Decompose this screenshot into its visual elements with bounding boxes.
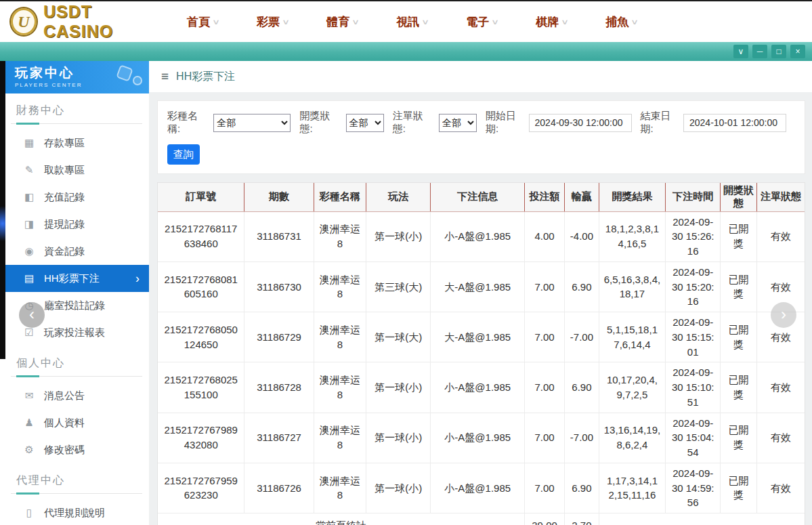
nav-item-electronic[interactable]: 電子 ∨	[466, 14, 498, 30]
table-row: 2152172767959623230 31186726 澳洲幸运8 第一球(小…	[158, 463, 805, 513]
cell-bet-info: 小-A盤@1.985	[431, 362, 524, 413]
sidebar-subtitle: PLAYERS CENTER	[15, 82, 149, 88]
nav-item-fishing[interactable]: 捕魚 ∨	[605, 14, 637, 30]
site-logo[interactable]: U USDT CASINO	[0, 2, 161, 41]
maximize-button[interactable]: □	[771, 45, 786, 58]
logo-emblem-icon: U	[9, 7, 38, 37]
nav-item-lottery[interactable]: 彩票 ∨	[257, 14, 289, 30]
sidebar-section-agent: 代理中心	[5, 474, 149, 494]
cell-period: 31186729	[244, 312, 314, 362]
cell-lottery-name: 澳洲幸运8	[314, 312, 366, 362]
nav-item-video[interactable]: 視訊 ∨	[396, 14, 428, 30]
scroll-next-button[interactable]: ›	[771, 302, 796, 328]
chevron-down-icon: ∨	[351, 18, 360, 26]
page-title: HH彩票下注	[176, 70, 235, 84]
scroll-prev-button[interactable]: ‹	[19, 302, 45, 328]
cell-win-loss: -7.00	[565, 312, 599, 362]
col-header-order-no: 訂單號	[158, 183, 244, 211]
sidebar-item-agent-rules[interactable]: ▯ 代理規則說明	[5, 499, 149, 525]
start-date-label: 開始日期:	[486, 110, 524, 135]
cell-bet-amount: 4.00	[524, 211, 564, 261]
order-status-select[interactable]: 全部	[439, 114, 477, 132]
cell-draw-result: 6,5,16,3,8,4,18,17	[599, 261, 665, 312]
start-date-input[interactable]	[529, 114, 632, 132]
close-button[interactable]: ×	[790, 45, 805, 58]
draw-status-filter: 開獎狀態: 全部	[299, 110, 383, 135]
cell-play-type: 第三球(大)	[366, 261, 431, 312]
col-header-bet-time: 下注時間	[666, 183, 721, 211]
cell-order-status: 有效	[756, 362, 805, 413]
logo-text: USDT CASINO	[43, 2, 161, 41]
col-header-draw-status: 開獎狀態	[721, 183, 756, 211]
cell-order-no: 2152172767989432080	[158, 413, 244, 463]
nav-item-home[interactable]: 首頁 ∨	[187, 14, 219, 30]
message-icon: ✉	[23, 390, 35, 402]
cell-bet-info: 大-A盤@1.985	[431, 312, 524, 362]
hamburger-menu-icon[interactable]: ≡	[161, 69, 169, 84]
table-row: 2152172768117638460 31186731 澳洲幸运8 第一球(小…	[158, 211, 805, 261]
withdraw-icon: ✎	[23, 164, 35, 176]
sidebar-item-withdraw[interactable]: ✎ 取款專區	[5, 156, 149, 184]
sidebar-item-change-password[interactable]: ⚙ 修改密碼	[5, 436, 149, 463]
nav-item-label: 視訊	[396, 14, 419, 30]
sidebar-item-hh-lottery-bet[interactable]: ▤ HH彩票下注 ›	[5, 265, 149, 292]
cell-draw-status: 已開獎	[721, 413, 756, 463]
collapse-button[interactable]: ∨	[733, 45, 748, 58]
cell-bet-amount: 7.00	[524, 463, 564, 513]
cell-draw-result: 13,16,14,19,8,6,2,4	[599, 413, 665, 463]
sidebar-item-messages[interactable]: ✉ 消息公告	[5, 382, 149, 409]
col-header-play-type: 玩法	[366, 183, 431, 211]
lottery-select[interactable]: 全部	[213, 114, 291, 132]
cell-draw-status: 已開獎	[721, 312, 756, 362]
chevron-down-icon: ∨	[561, 18, 569, 26]
nav-item-label: 棋牌	[536, 14, 559, 30]
col-header-bet-info: 下注信息	[431, 183, 524, 211]
profile-icon: ♟	[23, 417, 35, 429]
filter-panel: 彩種名稱: 全部 開獎狀態: 全部 注單狀態: 全部	[157, 100, 805, 174]
col-header-lottery-name: 彩種名稱	[314, 183, 366, 211]
modal-title-bar: ∨ ─ □ ×	[0, 42, 812, 61]
nav-item-sports[interactable]: 體育 ∨	[326, 14, 358, 30]
chevron-down-icon: ∨	[421, 18, 429, 26]
cell-bet-amount: 7.00	[524, 261, 564, 312]
deposit-icon: ▦	[23, 137, 35, 149]
cell-order-no: 2152172767959623230	[158, 463, 244, 513]
table-header-row: 訂單號 期數 彩種名稱 玩法 下注信息 投注額 輸贏 開獎結果 下注時間 開獎狀…	[158, 183, 805, 211]
nav-item-chess[interactable]: 棋牌 ∨	[536, 14, 568, 30]
sidebar-item-label: 存款專區	[44, 137, 85, 150]
cell-bet-time: 2024-09-30 15:04:54	[666, 413, 721, 463]
sidebar-item-deposit[interactable]: ▦ 存款專區	[5, 129, 149, 156]
hh-lottery-bet-icon: ▤	[23, 272, 35, 285]
cell-lottery-name: 澳洲幸运8	[314, 211, 366, 261]
sidebar-item-label: 取款專區	[44, 164, 85, 177]
top-nav: 首頁 ∨ 彩票 ∨ 體育 ∨ 視訊 ∨ 電子 ∨ 棋牌 ∨ 捕魚 ∨	[187, 14, 637, 30]
sidebar-section-personal: 個人中心	[5, 356, 149, 377]
cell-draw-result: 5,1,15,18,17,6,14,4	[599, 312, 665, 362]
sidebar-item-profile[interactable]: ♟ 個人資料	[5, 409, 149, 436]
sidebar-section-finance: 財務中心	[5, 104, 149, 124]
cell-bet-amount: 7.00	[524, 312, 564, 362]
summary-bet-total: 39.00	[524, 513, 564, 525]
search-button[interactable]: 查詢	[167, 144, 200, 165]
cell-play-type: 第一球(大)	[366, 312, 431, 362]
minimize-button[interactable]: ─	[752, 45, 767, 58]
cell-win-loss: -4.00	[565, 211, 599, 261]
order-status-filter: 注單狀態: 全部	[393, 110, 477, 135]
cell-bet-info: 大-A盤@1.985	[431, 261, 524, 312]
draw-status-select[interactable]: 全部	[346, 114, 384, 132]
withdraw-record-icon: ◨	[23, 218, 35, 230]
gear-icon: ⚙	[23, 444, 35, 456]
sidebar-item-withdraw-record[interactable]: ◨ 提現記錄	[5, 211, 149, 238]
cell-period: 31186731	[244, 211, 314, 261]
sidebar-item-label: HH彩票下注	[44, 272, 100, 285]
end-date-input[interactable]	[683, 114, 786, 132]
cell-bet-time: 2024-09-30 14:59:56	[666, 463, 721, 513]
sidebar-item-recharge-record[interactable]: ◧ 充值記錄	[5, 184, 149, 211]
cell-win-loss: 6.90	[565, 362, 599, 413]
cell-win-loss: -7.00	[565, 413, 599, 463]
cell-draw-result: 18,1,2,3,8,14,16,5	[599, 211, 665, 261]
sidebar-item-fund-record[interactable]: ◉ 資金記錄	[5, 238, 149, 265]
col-header-period: 期數	[244, 183, 314, 211]
order-status-filter-label: 注單狀態:	[393, 110, 435, 135]
cell-win-loss: 6.90	[565, 463, 599, 513]
